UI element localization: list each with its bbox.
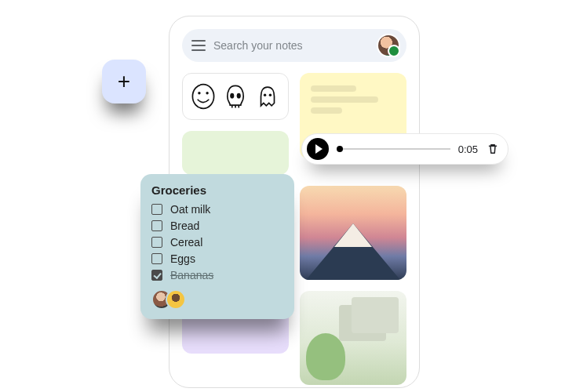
item-label: Bananas (170, 269, 213, 281)
groceries-note[interactable]: Groceries Oat milk Bread Cereal Eggs Ban… (140, 174, 294, 319)
svg-point-1 (199, 92, 201, 94)
item-label: Oat milk (170, 203, 210, 216)
audio-duration: 0:05 (458, 143, 478, 155)
svg-point-6 (268, 94, 271, 96)
audio-player[interactable]: 0:05 (301, 133, 508, 165)
list-item[interactable]: Oat milk (151, 203, 283, 216)
add-note-button[interactable]: + (102, 60, 146, 103)
account-avatar[interactable] (378, 35, 399, 56)
search-input[interactable]: Search your notes (213, 39, 370, 52)
collaborator-avatar[interactable] (166, 289, 186, 310)
note-park-image[interactable] (300, 291, 406, 385)
audio-track[interactable] (337, 148, 450, 150)
list-item[interactable]: Bread (151, 220, 283, 232)
item-label: Bread (170, 220, 199, 232)
plus-icon: + (118, 69, 130, 94)
collaborators (151, 289, 283, 310)
menu-icon[interactable] (191, 40, 206, 51)
checkbox-icon[interactable] (151, 237, 162, 248)
checkbox-checked-icon[interactable] (151, 270, 162, 281)
svg-point-0 (193, 85, 214, 109)
note-drawing[interactable] (182, 73, 289, 120)
checkbox-icon[interactable] (151, 220, 162, 231)
trash-icon[interactable] (486, 142, 500, 156)
list-item[interactable]: Bananas (151, 269, 283, 281)
svg-point-5 (264, 94, 266, 96)
smiley-face-icon (190, 82, 217, 111)
skull-icon (222, 82, 249, 111)
item-label: Eggs (170, 252, 195, 265)
item-label: Cereal (170, 236, 202, 249)
play-button[interactable] (307, 138, 329, 160)
groceries-title: Groceries (151, 183, 283, 197)
checkbox-icon[interactable] (151, 204, 162, 215)
ghost-icon (254, 82, 281, 111)
svg-point-4 (237, 93, 241, 99)
note-mountain-image[interactable] (300, 186, 406, 280)
note-green[interactable] (182, 131, 289, 175)
svg-point-2 (206, 92, 209, 94)
svg-point-3 (230, 93, 234, 99)
list-item[interactable]: Cereal (151, 236, 283, 249)
search-bar[interactable]: Search your notes (182, 29, 406, 62)
checkbox-icon[interactable] (151, 253, 162, 264)
list-item[interactable]: Eggs (151, 252, 283, 265)
